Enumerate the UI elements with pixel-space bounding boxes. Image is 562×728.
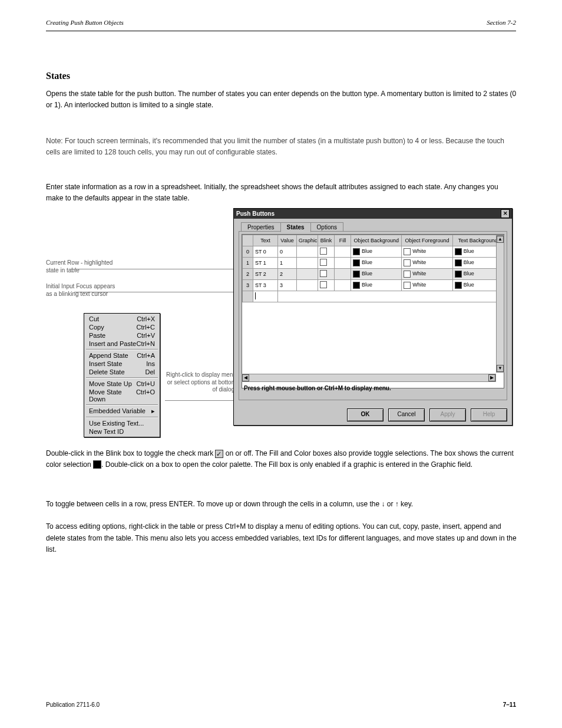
- section-heading-states: States: [46, 71, 70, 81]
- color-swatch-icon[interactable]: [353, 282, 360, 289]
- color-swatch-icon[interactable]: [404, 282, 411, 289]
- color-swatch-icon[interactable]: [353, 259, 360, 266]
- horizontal-scrollbar[interactable]: ◀ ▶: [242, 374, 496, 382]
- col-header-graphic[interactable]: Graphic: [297, 235, 318, 246]
- cell-value[interactable]: 2: [278, 269, 297, 280]
- apply-button[interactable]: Apply: [429, 409, 466, 421]
- cell-graphic[interactable]: [297, 246, 318, 258]
- submenu-arrow-icon: ▸: [151, 407, 155, 415]
- cell-ofg[interactable]: White: [402, 246, 452, 258]
- cell-fill[interactable]: [335, 280, 351, 291]
- cell-blink[interactable]: [318, 280, 335, 291]
- cell-text-cursor[interactable]: [253, 291, 278, 302]
- cell-text[interactable]: ST 2: [253, 269, 278, 280]
- callout-initial-input: Initial Input Focus appears as a blinkin…: [46, 283, 117, 298]
- cell-graphic[interactable]: [297, 258, 318, 269]
- cell-text[interactable]: ST 3: [253, 280, 278, 291]
- cell-ofg[interactable]: White: [402, 258, 452, 269]
- row-number[interactable]: 3: [243, 280, 253, 291]
- cell-text[interactable]: ST 1: [253, 258, 278, 269]
- state-table[interactable]: Text Value Graphic Blink Fill Object Bac…: [242, 234, 504, 388]
- ctx-item-embedded-var[interactable]: Embedded Variable▸: [84, 407, 160, 416]
- table-row[interactable]: [243, 291, 504, 302]
- dialog-sheet: Text Value Graphic Blink Fill Object Bac…: [239, 231, 507, 400]
- color-swatch-icon[interactable]: [353, 271, 360, 278]
- ctx-separator: [86, 417, 158, 418]
- cell-blink[interactable]: [318, 269, 335, 280]
- dialog-title-bar[interactable]: Push Buttons ✕: [234, 209, 512, 219]
- checkbox-icon[interactable]: [320, 259, 327, 266]
- color-swatch-icon[interactable]: [455, 248, 462, 255]
- ctx-item-cut[interactable]: CutCtrl+X: [84, 315, 160, 323]
- col-header-blink[interactable]: Blink: [318, 235, 335, 246]
- ctx-item-insert[interactable]: Insert StateIns: [84, 360, 160, 368]
- ctx-item-delete[interactable]: Delete StateDel: [84, 368, 160, 376]
- page-number: 7–11: [503, 701, 516, 708]
- ctx-item-new-text-id[interactable]: New Text ID: [84, 427, 160, 436]
- cell-blink[interactable]: [318, 258, 335, 269]
- cell-graphic[interactable]: [297, 269, 318, 280]
- col-header-ofg[interactable]: Object Foreground: [402, 235, 452, 246]
- dialog-title: Push Buttons: [236, 210, 275, 217]
- checkbox-icon[interactable]: [320, 281, 327, 288]
- cell-value[interactable]: 3: [278, 280, 297, 291]
- ctx-item-insert-paste[interactable]: Insert and PasteCtrl+N: [84, 340, 160, 348]
- scroll-up-icon[interactable]: ▲: [497, 236, 504, 243]
- color-swatch-icon[interactable]: [455, 282, 462, 289]
- context-menu[interactable]: CutCtrl+X CopyCtrl+C PasteCtrl+V Insert …: [84, 313, 160, 437]
- table-row[interactable]: 2 ST 2 2 Blue White Blue: [243, 269, 504, 280]
- header-rule: [46, 31, 516, 31]
- cell-fill[interactable]: [335, 269, 351, 280]
- cell-obg[interactable]: Blue: [351, 246, 402, 258]
- help-button[interactable]: Help: [471, 409, 507, 421]
- ok-button[interactable]: OK: [347, 409, 384, 421]
- close-icon[interactable]: ✕: [501, 209, 510, 218]
- cell-graphic[interactable]: [297, 280, 318, 291]
- footer-toggle-paragraph: To toggle between cells in a row, press …: [46, 499, 517, 555]
- table-row[interactable]: 0 ST 0 0 Blue White Blue: [243, 246, 504, 258]
- color-swatch-icon[interactable]: [404, 271, 411, 278]
- color-swatch-icon[interactable]: [404, 248, 411, 255]
- cell-obg[interactable]: Blue: [351, 280, 402, 291]
- tab-states[interactable]: States: [280, 222, 311, 232]
- color-swatch-icon[interactable]: [353, 248, 360, 255]
- vertical-scrollbar[interactable]: ▲ ▼: [496, 235, 504, 373]
- table-row[interactable]: 3 ST 3 3 Blue White Blue: [243, 280, 504, 291]
- col-header-obg[interactable]: Object Background: [351, 235, 402, 246]
- table-row[interactable]: 1 ST 1 1 Blue White Blue: [243, 258, 504, 269]
- color-swatch-icon[interactable]: [455, 271, 462, 278]
- cell-value[interactable]: 1: [278, 258, 297, 269]
- col-header-text[interactable]: Text: [253, 235, 278, 246]
- cell-obg[interactable]: Blue: [351, 269, 402, 280]
- ctx-item-paste[interactable]: PasteCtrl+V: [84, 331, 160, 340]
- cell-obg[interactable]: Blue: [351, 258, 402, 269]
- scroll-right-icon[interactable]: ▶: [488, 374, 495, 381]
- col-header-blank[interactable]: [243, 235, 253, 246]
- scroll-down-icon[interactable]: ▼: [497, 365, 504, 372]
- col-header-fill[interactable]: Fill: [335, 235, 351, 246]
- dialog-button-row: OK Cancel Apply Help: [347, 409, 507, 421]
- color-swatch-icon[interactable]: [455, 259, 462, 266]
- row-number-empty[interactable]: [243, 291, 253, 302]
- cell-text[interactable]: ST 0: [253, 246, 278, 258]
- cell-value[interactable]: 0: [278, 246, 297, 258]
- row-number[interactable]: 0: [243, 246, 253, 258]
- scroll-left-icon[interactable]: ◀: [242, 374, 249, 381]
- checkbox-icon[interactable]: [320, 248, 327, 255]
- ctx-item-move-up[interactable]: Move State UpCtrl+U: [84, 380, 160, 388]
- checkbox-icon[interactable]: [320, 270, 327, 277]
- cell-blink[interactable]: [318, 246, 335, 258]
- row-number[interactable]: 1: [243, 258, 253, 269]
- ctx-item-append[interactable]: Append StateCtrl+A: [84, 351, 160, 360]
- color-swatch-icon[interactable]: [404, 259, 411, 266]
- col-header-value[interactable]: Value: [278, 235, 297, 246]
- cell-fill[interactable]: [335, 258, 351, 269]
- cancel-button[interactable]: Cancel: [388, 409, 425, 421]
- ctx-item-copy[interactable]: CopyCtrl+C: [84, 323, 160, 331]
- ctx-item-move-down[interactable]: Move State DownCtrl+O: [84, 388, 160, 403]
- row-number[interactable]: 2: [243, 269, 253, 280]
- cell-ofg[interactable]: White: [402, 280, 452, 291]
- cell-ofg[interactable]: White: [402, 269, 452, 280]
- cell-fill[interactable]: [335, 246, 351, 258]
- ctx-item-use-existing[interactable]: Use Existing Text...: [84, 419, 160, 427]
